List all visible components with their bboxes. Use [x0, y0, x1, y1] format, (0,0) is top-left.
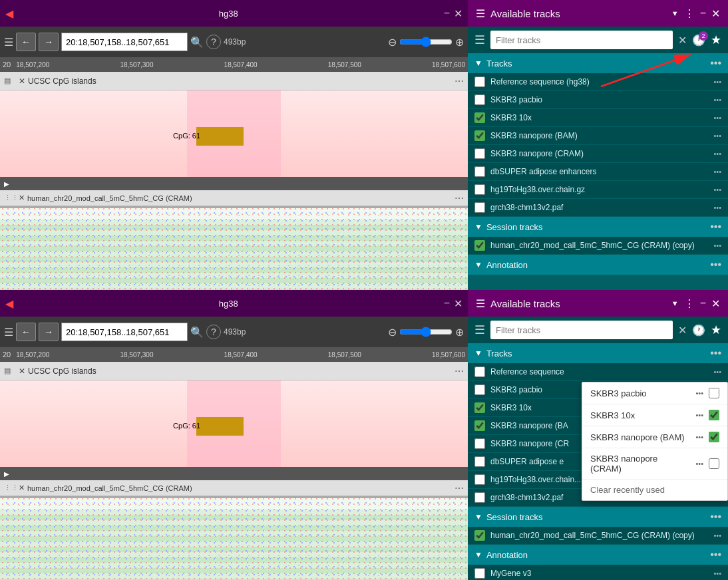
dropdown-cb-2[interactable] — [709, 432, 719, 442]
zoom-out-icon[interactable]: ⊖ — [388, 36, 397, 49]
session-tracks-header-top[interactable]: ▼ Session tracks ••• — [468, 217, 728, 237]
track-close-btn-bottom[interactable]: ✕ — [19, 366, 25, 376]
filter-hamburger-bottom[interactable]: ☰ — [474, 323, 485, 337]
filter-star-btn-bottom[interactable]: ★ — [711, 323, 721, 337]
filter-input-top[interactable] — [490, 31, 673, 49]
panel-minimize-btn-bottom[interactable]: − — [700, 297, 706, 309]
tracks-section-header-top[interactable]: ▼ Tracks ••• — [468, 53, 728, 73]
filter-input-bottom[interactable] — [490, 321, 673, 339]
track-name-7-top: grch38-chm13v2.paf — [490, 203, 708, 212]
panel-dropdown-arrow-top: ▼ — [671, 9, 679, 17]
dropdown-item-3[interactable]: SKBR3 nanopore (CRAM) ••• — [582, 448, 727, 480]
filter-hamburger-top[interactable]: ☰ — [474, 33, 485, 47]
filter-history-btn-bottom[interactable]: 🕐 — [692, 324, 705, 337]
track-cb-1-bottom[interactable] — [474, 384, 485, 395]
dropdown-cb-0[interactable] — [709, 388, 719, 398]
hamburger-button-bottom[interactable]: ☰ — [4, 326, 13, 339]
zoom-slider-bottom[interactable] — [399, 327, 453, 337]
history-badge-top: 2 — [699, 31, 708, 41]
back-button-bottom[interactable]: ← — [16, 323, 36, 341]
dropdown-item-1[interactable]: SKBR3 10x ••• — [582, 404, 727, 426]
search-button[interactable]: 🔍 — [190, 36, 204, 49]
track-cb-3-top[interactable] — [474, 130, 485, 141]
dropdown-cb-3[interactable] — [709, 458, 719, 469]
ruler-pos-0: 18,507,200 — [16, 61, 49, 69]
track-name-0-top: Reference sequence (hg38) — [490, 77, 708, 86]
track-cb-3-bottom[interactable] — [474, 420, 485, 431]
close-icon-bottom[interactable]: ✕ — [454, 297, 462, 310]
cpg-track-menu-btn-bottom[interactable]: ⋯ — [455, 366, 464, 376]
panel-more-btn-top[interactable]: ⋮ — [684, 7, 695, 20]
close-icon[interactable]: ✕ — [454, 7, 462, 20]
track-cb-6-top[interactable] — [474, 184, 485, 195]
help-button-bottom[interactable]: ? — [206, 325, 221, 339]
back-button[interactable]: ← — [16, 33, 36, 51]
hamburger-button[interactable]: ☰ — [4, 36, 13, 49]
track-ruler-icon-b: ▤ — [4, 366, 11, 375]
panel-dropdown-arrow-bottom: ▼ — [671, 299, 679, 307]
dropdown-item-2[interactable]: SKBR3 nanopore (BAM) ••• — [582, 426, 727, 448]
track-cb-7-top[interactable] — [474, 202, 485, 213]
annotation-cb-0-bottom[interactable] — [474, 568, 485, 579]
track-cb-5-top[interactable] — [474, 166, 485, 177]
track-cb-0-top[interactable] — [474, 76, 485, 87]
zoom-in-icon[interactable]: ⊕ — [455, 36, 464, 49]
track-cb-5-bottom[interactable] — [474, 456, 485, 467]
zoom-slider[interactable] — [399, 37, 453, 47]
panel-menu-btn-bottom[interactable]: ☰ — [476, 297, 485, 310]
session-cb-0-top[interactable] — [474, 240, 485, 251]
panel-minimize-btn-top[interactable]: − — [700, 7, 706, 19]
cram-close-btn-top[interactable]: ✕ — [19, 194, 25, 202]
session-cb-0-bottom[interactable] — [474, 530, 485, 541]
track-dots-7-top: ••• — [713, 204, 721, 212]
session-menu-btn-top[interactable]: ••• — [710, 221, 721, 233]
track-item-0-top: Reference sequence (hg38) ••• — [468, 73, 728, 91]
panel-close-btn-bottom[interactable]: ✕ — [711, 297, 720, 310]
track-close-btn-top[interactable]: ✕ — [19, 76, 25, 86]
filter-history-btn-top[interactable]: 🕐 2 — [692, 34, 705, 47]
dropdown-item-0[interactable]: SKBR3 pacbio ••• — [582, 382, 727, 404]
track-cb-6-bottom[interactable] — [474, 474, 485, 485]
cpg-track-menu-btn[interactable]: ⋯ — [455, 76, 464, 86]
track-cb-2-bottom[interactable] — [474, 402, 485, 413]
panel-menu-btn-top[interactable]: ☰ — [476, 7, 485, 20]
minimize-icon[interactable]: − — [444, 7, 450, 19]
filter-star-btn-top[interactable]: ★ — [711, 33, 721, 47]
tracks-menu-btn-top[interactable]: ••• — [710, 57, 721, 69]
annotation-menu-btn-top[interactable]: ••• — [710, 259, 721, 271]
tracks-menu-btn-bottom[interactable]: ••• — [710, 347, 721, 359]
clear-recently-used-btn[interactable]: Clear recently used — [582, 480, 727, 500]
zoom-out-icon-bottom[interactable]: ⊖ — [388, 326, 397, 339]
cram-track-menu-btn-bottom[interactable]: ⋯ — [455, 483, 464, 494]
session-item-0-bottom: human_chr20_mod_call_5mC_5hmC_CG (CRAM) … — [468, 527, 728, 545]
annotation-header-top[interactable]: ▼ Annotation ••• — [468, 255, 728, 275]
search-button-bottom[interactable]: 🔍 — [190, 326, 204, 339]
tracks-section-header-bottom[interactable]: ▼ Tracks ••• — [468, 343, 728, 363]
track-cb-4-top[interactable] — [474, 148, 485, 159]
dropdown-cb-1[interactable] — [709, 410, 719, 420]
filter-clear-btn-bottom[interactable]: ✕ — [678, 324, 687, 337]
panel-close-btn-top[interactable]: ✕ — [711, 7, 720, 20]
annotation-header-bottom[interactable]: ▼ Annotation ••• — [468, 545, 728, 565]
filter-clear-btn-top[interactable]: ✕ — [678, 34, 687, 47]
scatter-dots — [0, 206, 468, 290]
help-button[interactable]: ? — [206, 35, 221, 49]
track-cb-4-bottom[interactable] — [474, 438, 485, 449]
forward-button-bottom[interactable]: → — [39, 323, 59, 341]
annotation-menu-btn-bottom[interactable]: ••• — [710, 549, 721, 561]
zoom-in-icon-bottom[interactable]: ⊕ — [455, 326, 464, 339]
session-section-title-bottom: Session tracks — [486, 512, 710, 522]
cram-close-btn-bottom[interactable]: ✕ — [19, 484, 25, 492]
track-cb-0-bottom[interactable] — [474, 366, 485, 377]
location-input-bottom[interactable] — [61, 323, 188, 341]
forward-button[interactable]: → — [39, 33, 59, 51]
minimize-icon-bottom[interactable]: − — [444, 297, 450, 309]
session-tracks-header-bottom[interactable]: ▼ Session tracks ••• — [468, 507, 728, 527]
session-menu-btn-bottom[interactable]: ••• — [710, 511, 721, 523]
location-input[interactable] — [61, 33, 188, 51]
panel-more-btn-bottom[interactable]: ⋮ — [684, 297, 695, 310]
track-cb-7-bottom[interactable] — [474, 492, 485, 503]
cram-track-menu-btn-top[interactable]: ⋯ — [455, 193, 464, 204]
track-cb-2-top[interactable] — [474, 112, 485, 123]
track-cb-1-top[interactable] — [474, 94, 485, 105]
